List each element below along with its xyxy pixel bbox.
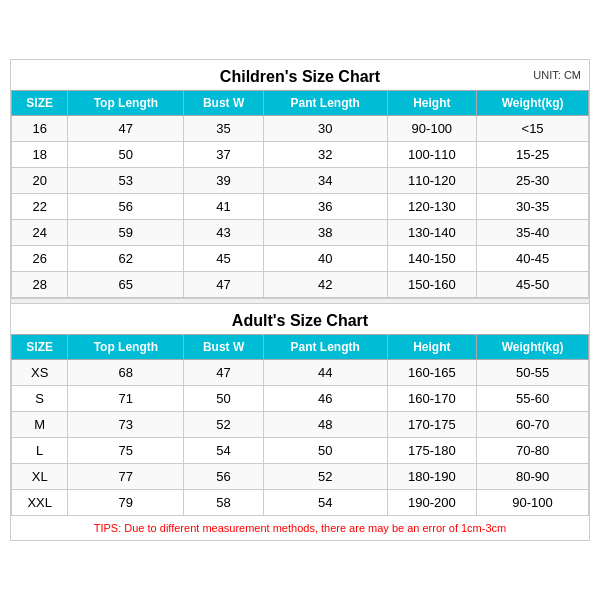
adult-size-table: SIZE Top Length Bust W Pant Length Heigh… (11, 334, 589, 516)
table-cell: 68 (68, 360, 184, 386)
table-cell: 58 (184, 490, 264, 516)
table-cell: 55-60 (477, 386, 589, 412)
table-cell: 53 (68, 168, 184, 194)
table-cell: 39 (184, 168, 264, 194)
table-cell: 35-40 (477, 220, 589, 246)
table-cell: 40 (263, 246, 387, 272)
table-cell: 16 (12, 116, 68, 142)
adult-col-pant-length: Pant Length (263, 335, 387, 360)
table-cell: 48 (263, 412, 387, 438)
table-cell: 38 (263, 220, 387, 246)
size-chart-container: Children's Size Chart UNIT: CM SIZE Top … (10, 59, 590, 541)
table-row: 28654742150-16045-50 (12, 272, 589, 298)
children-size-table: SIZE Top Length Bust W Pant Length Heigh… (11, 90, 589, 298)
table-row: 22564136120-13030-35 (12, 194, 589, 220)
children-col-top-length: Top Length (68, 91, 184, 116)
table-cell: 50 (263, 438, 387, 464)
table-cell: 100-110 (387, 142, 477, 168)
table-cell: 56 (184, 464, 264, 490)
table-row: 20533934110-12025-30 (12, 168, 589, 194)
table-cell: 65 (68, 272, 184, 298)
table-cell: 52 (184, 412, 264, 438)
table-cell: <15 (477, 116, 589, 142)
table-cell: 43 (184, 220, 264, 246)
table-cell: 90-100 (387, 116, 477, 142)
table-row: M735248170-17560-70 (12, 412, 589, 438)
table-cell: 140-150 (387, 246, 477, 272)
table-row: XS684744160-16550-55 (12, 360, 589, 386)
table-cell: 42 (263, 272, 387, 298)
table-cell: 170-175 (387, 412, 477, 438)
table-cell: 25-30 (477, 168, 589, 194)
table-cell: 54 (184, 438, 264, 464)
table-row: 18503732100-11015-25 (12, 142, 589, 168)
adult-col-size: SIZE (12, 335, 68, 360)
table-row: 24594338130-14035-40 (12, 220, 589, 246)
children-header-row: SIZE Top Length Bust W Pant Length Heigh… (12, 91, 589, 116)
children-col-bust-w: Bust W (184, 91, 264, 116)
table-row: S715046160-17055-60 (12, 386, 589, 412)
table-cell: 22 (12, 194, 68, 220)
table-cell: M (12, 412, 68, 438)
table-row: 1647353090-100<15 (12, 116, 589, 142)
table-cell: 35 (184, 116, 264, 142)
table-cell: XS (12, 360, 68, 386)
table-cell: 41 (184, 194, 264, 220)
table-cell: 45 (184, 246, 264, 272)
table-cell: 15-25 (477, 142, 589, 168)
table-cell: 47 (184, 360, 264, 386)
table-cell: 37 (184, 142, 264, 168)
adult-col-height: Height (387, 335, 477, 360)
table-cell: 50-55 (477, 360, 589, 386)
table-cell: 30-35 (477, 194, 589, 220)
table-cell: 28 (12, 272, 68, 298)
adult-col-top-length: Top Length (68, 335, 184, 360)
table-cell: 110-120 (387, 168, 477, 194)
table-cell: 160-165 (387, 360, 477, 386)
table-cell: 180-190 (387, 464, 477, 490)
table-cell: 50 (68, 142, 184, 168)
table-cell: 26 (12, 246, 68, 272)
table-cell: 24 (12, 220, 68, 246)
children-col-size: SIZE (12, 91, 68, 116)
adult-section-title: Adult's Size Chart (11, 304, 589, 334)
table-cell: L (12, 438, 68, 464)
table-cell: 73 (68, 412, 184, 438)
table-cell: 70-80 (477, 438, 589, 464)
table-cell: 54 (263, 490, 387, 516)
table-cell: 175-180 (387, 438, 477, 464)
table-cell: 130-140 (387, 220, 477, 246)
adult-header-row: SIZE Top Length Bust W Pant Length Heigh… (12, 335, 589, 360)
table-cell: 71 (68, 386, 184, 412)
table-cell: XXL (12, 490, 68, 516)
table-cell: 190-200 (387, 490, 477, 516)
table-cell: 50 (184, 386, 264, 412)
table-cell: 79 (68, 490, 184, 516)
table-cell: XL (12, 464, 68, 490)
table-cell: 160-170 (387, 386, 477, 412)
table-cell: 34 (263, 168, 387, 194)
table-cell: 47 (184, 272, 264, 298)
table-cell: 32 (263, 142, 387, 168)
table-cell: 18 (12, 142, 68, 168)
adult-col-weight: Weight(kg) (477, 335, 589, 360)
table-cell: 56 (68, 194, 184, 220)
table-cell: 45-50 (477, 272, 589, 298)
table-cell: 120-130 (387, 194, 477, 220)
table-row: XXL795854190-20090-100 (12, 490, 589, 516)
table-cell: 59 (68, 220, 184, 246)
children-col-weight: Weight(kg) (477, 91, 589, 116)
table-cell: 47 (68, 116, 184, 142)
table-cell: 40-45 (477, 246, 589, 272)
tips-text: TIPS: Due to different measurement metho… (11, 516, 589, 540)
children-col-pant-length: Pant Length (263, 91, 387, 116)
table-cell: 80-90 (477, 464, 589, 490)
table-cell: 62 (68, 246, 184, 272)
table-cell: 46 (263, 386, 387, 412)
children-section-title: Children's Size Chart UNIT: CM (11, 60, 589, 90)
table-cell: 52 (263, 464, 387, 490)
unit-label: UNIT: CM (533, 69, 581, 81)
table-cell: 75 (68, 438, 184, 464)
table-row: L755450175-18070-80 (12, 438, 589, 464)
table-cell: 20 (12, 168, 68, 194)
